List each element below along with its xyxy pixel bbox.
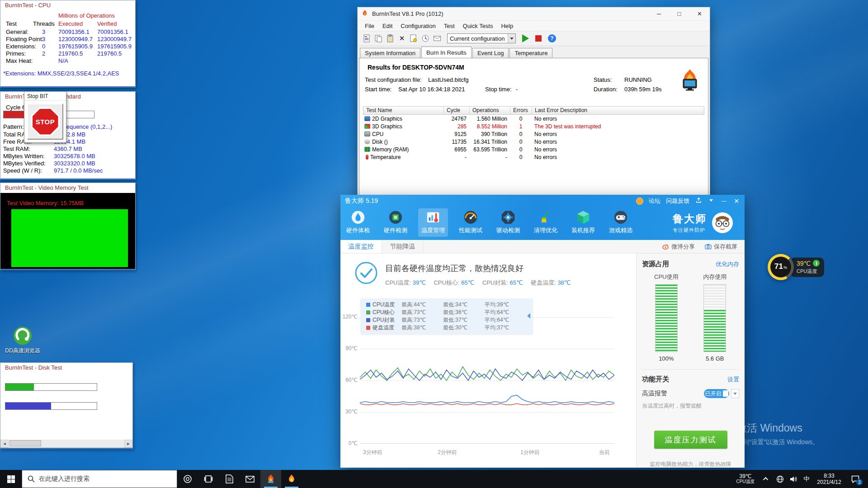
cpu-window-titlebar[interactable]: BurnInTest - CPU [0, 0, 135, 10]
video-window-titlebar[interactable]: BurnInTest - Video Memory Test [0, 183, 135, 193]
stop-bit-button[interactable]: STOP [27, 103, 63, 140]
stop-bit-titlebar[interactable]: Stop BIT [24, 92, 66, 101]
menu-test[interactable]: Test [440, 23, 459, 29]
mail-app-button[interactable] [240, 470, 260, 488]
menu-quick-tests[interactable]: Quick Tests [459, 23, 497, 29]
menu-edit[interactable]: Edit [378, 23, 396, 29]
nav-clean-optimize[interactable]: 清理优化 [531, 208, 561, 237]
menu-file[interactable]: File [361, 23, 378, 29]
disk-horizontal-scrollbar[interactable]: ◄ ► [0, 440, 132, 448]
nav-performance-test[interactable]: 性能测试 [456, 208, 486, 237]
brand-slogan: 专注硬件防护 [673, 227, 707, 234]
lu-coin-icon[interactable] [636, 197, 643, 205]
burnintest-taskbar-button[interactable] [260, 470, 281, 488]
disk-window-titlebar[interactable]: BurnInTest - Disk Test [0, 363, 132, 373]
start-tests-button[interactable] [522, 34, 529, 42]
certificate-icon[interactable] [408, 33, 419, 44]
broom-icon [538, 210, 553, 225]
task-view-button[interactable] [198, 470, 219, 488]
paste-icon[interactable] [385, 33, 396, 44]
minimize-button[interactable]: ─ [649, 7, 669, 20]
nav-game-selection[interactable]: 游戏精选 [606, 208, 636, 237]
skin-menu-icon[interactable] [708, 197, 715, 205]
scroll-left-arrow[interactable]: ◄ [0, 440, 9, 448]
cpu-row-executed: 70091356.1 [58, 28, 90, 35]
scrollbar-track[interactable] [9, 440, 124, 448]
volume-icon[interactable] [787, 470, 800, 488]
mail-icon[interactable] [432, 33, 443, 44]
scrollbar-thumb[interactable] [9, 440, 41, 446]
menu-help[interactable]: Help [497, 23, 517, 29]
cortana-button[interactable] [177, 470, 198, 488]
close-icon[interactable]: ✕ [733, 197, 740, 205]
master-lu-titlebar[interactable]: 鲁大师 5.19 论坛 问题反馈 ─ ✕ [340, 195, 745, 207]
tab-system-information[interactable]: System Information [360, 48, 420, 58]
document-app-button[interactable] [219, 470, 240, 488]
col-operations[interactable]: Operations [470, 107, 510, 114]
desktop-icon-dd-browser[interactable]: DD高速浏览器 [5, 325, 41, 354]
stop-tests-button[interactable] [535, 35, 542, 42]
menu-configuration[interactable]: Configuration [396, 23, 439, 29]
cortana-icon [183, 474, 192, 483]
feedback-link[interactable]: 问题反馈 [666, 197, 689, 205]
nav-hardware-detect[interactable]: 硬件检测 [381, 208, 410, 237]
subtab-energy-cooling[interactable]: 节能降温 [382, 240, 424, 253]
cpu-row-executed: 219760.5 [58, 50, 83, 57]
start-button[interactable] [0, 470, 22, 488]
legend-collapse-chevron[interactable] [524, 313, 530, 319]
master-lu-brand: 鲁大师 专注硬件防护 [673, 211, 742, 234]
scroll-right-arrow[interactable]: ► [124, 440, 132, 448]
col-test-name[interactable]: Test Name [363, 107, 444, 114]
delete-results-icon[interactable]: ✕ [396, 33, 407, 44]
report-icon[interactable] [361, 33, 372, 44]
tab-burn-in-results[interactable]: Burn In Results [421, 47, 472, 58]
taskbar-search[interactable]: 在此键入进行搜索 [22, 470, 177, 488]
tab-event-log[interactable]: Event Log [472, 48, 509, 58]
copy-icon[interactable] [373, 33, 384, 44]
close-button[interactable]: ✕ [689, 7, 710, 20]
table-row-3d-graphics[interactable]: 3D Graphics 285 8.552 Million 1 The 3D t… [363, 122, 704, 130]
check-circle-icon [354, 261, 378, 285]
help-button[interactable]: ? [548, 34, 556, 42]
share-icon[interactable] [695, 197, 702, 205]
temperature-stress-test-button[interactable]: 温度压力测试 [654, 431, 727, 449]
configuration-dropdown[interactable]: Current configuration [447, 33, 516, 43]
nav-driver-detect[interactable]: 驱动检测 [493, 208, 523, 237]
action-center-button[interactable]: 3 [845, 470, 865, 488]
settings-link[interactable]: 设置 [727, 375, 739, 384]
master-lu-temp-taskbar-button[interactable] [281, 470, 302, 488]
high-temp-alarm-toggle[interactable]: 已开启 [704, 389, 739, 398]
forum-link[interactable]: 论坛 [649, 197, 660, 205]
maximize-button[interactable]: □ [669, 7, 689, 20]
table-row-2d-graphics[interactable]: 2D Graphics 24767 1.560 Million 0 No err… [363, 115, 704, 122]
col-errors[interactable]: Errors [510, 107, 532, 114]
table-row-temperature[interactable]: Temperature - - 0 No errors [363, 153, 704, 161]
ram-window-titlebar[interactable]: BurnInTest (RAM) - Standard [0, 92, 135, 102]
table-row-disk[interactable]: Disk () 11735 16.341 Trillion 0 No error… [363, 138, 704, 145]
minimize-icon[interactable]: ─ [720, 197, 727, 205]
save-screenshot-link[interactable]: 保存截屏 [705, 243, 737, 251]
hidden-icons-chevron[interactable] [760, 470, 773, 488]
nav-temperature-management[interactable]: 温度管理 [418, 208, 448, 237]
subtab-temperature-monitor[interactable]: 温度监控 [340, 240, 382, 253]
col-last-error[interactable]: Last Error Description [532, 107, 704, 114]
history-icon[interactable] [420, 33, 431, 44]
cpu-gauge-widget[interactable]: 71% 39℃ CPU温度 [768, 254, 824, 280]
tray-cpu-temp-widget[interactable]: 39℃ CPU温度 [731, 474, 760, 484]
nav-build-recommend[interactable]: 装机推荐 [568, 208, 598, 237]
alarm-options-dropdown[interactable] [731, 389, 739, 398]
weibo-share-link[interactable]: 微博分享 [662, 243, 695, 251]
network-icon[interactable] [773, 470, 787, 488]
document-icon [226, 474, 233, 483]
taskbar-clock[interactable]: 8:33 2021/4/12 [813, 473, 845, 485]
optimize-memory-link[interactable]: 优化内存 [716, 260, 739, 268]
tab-temperature[interactable]: Temperature [509, 48, 552, 58]
burnintest-titlebar[interactable]: BurnInTest V8.1 Pro (1012) ─ □ ✕ [358, 7, 710, 21]
ime-indicator[interactable]: 中 [800, 475, 813, 483]
table-row-cpu[interactable]: CPU 9125 390 Trillion 0 No errors [363, 130, 704, 138]
nav-hardware-checkup[interactable]: 硬件体检 [343, 208, 373, 237]
master-lu-subtabs: 温度监控 节能降温 微博分享 保存截屏 [340, 240, 745, 253]
results-table-header[interactable]: Test Name Cycle Operations Errors Last E… [363, 106, 704, 115]
col-cycle[interactable]: Cycle [444, 107, 470, 114]
table-row-memory[interactable]: Memory (RAM) 6955 63.595 Trillion 0 No e… [363, 145, 704, 153]
